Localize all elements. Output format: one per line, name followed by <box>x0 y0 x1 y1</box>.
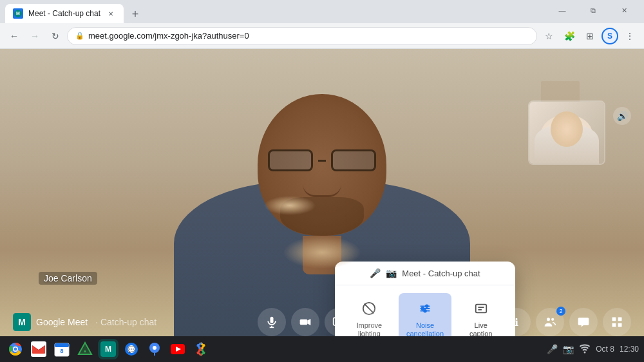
svg-text:M: M <box>18 317 26 327</box>
meet-controls-right: ℹ 2 <box>502 308 631 336</box>
taskbar-meet[interactable]: M <box>98 339 118 359</box>
forward-button[interactable]: → <box>26 27 44 45</box>
taskbar-time: 12:30 <box>620 345 639 354</box>
url-text: meet.google.com/jmx-zgoh-jka?authuser=0 <box>88 31 249 41</box>
taskbar-date: Oct 8 <box>596 345 614 354</box>
people-count: 2 <box>556 307 565 316</box>
close-button[interactable]: ✕ <box>609 1 639 19</box>
meet-title-text: · Catch-up chat <box>95 317 156 327</box>
svg-rect-25 <box>13 313 31 331</box>
chat-button[interactable] <box>569 308 598 336</box>
svg-point-60 <box>153 346 156 350</box>
camera-tray-icon[interactable]: 📷 <box>563 344 574 354</box>
mic-tray-icon[interactable]: 🎤 <box>547 344 558 354</box>
address-bar[interactable]: 🔒 meet.google.com/jmx-zgoh-jka?authuser=… <box>67 27 537 45</box>
svg-point-2 <box>363 303 375 314</box>
minimize-button[interactable]: — <box>547 1 577 19</box>
live-caption-icon <box>471 298 491 319</box>
extensions-button[interactable]: 🧩 <box>560 27 578 45</box>
popup-mic-icon: 🎤 <box>370 268 381 278</box>
svg-rect-10 <box>475 305 486 313</box>
taskbar-calendar[interactable]: 8 <box>52 339 72 359</box>
thumbnail-video <box>529 102 604 164</box>
svg-text:M: M <box>16 11 20 15</box>
taskbar-drive[interactable]: ▲ <box>75 339 95 359</box>
taskbar-photos[interactable] <box>191 339 211 359</box>
taskbar-chat[interactable]: 💬 <box>121 339 142 359</box>
svg-line-3 <box>365 304 374 314</box>
svg-point-64 <box>584 351 586 353</box>
back-button[interactable]: ← <box>5 27 23 45</box>
info-button[interactable]: ℹ <box>502 308 531 336</box>
svg-rect-32 <box>334 318 345 325</box>
svg-rect-41 <box>618 323 622 327</box>
wifi-icon[interactable] <box>579 343 591 356</box>
system-taskbar: 8 ▲ M <box>0 336 644 362</box>
taskbar-maps[interactable] <box>144 339 165 359</box>
meet-bottom-bar: M Google Meet · Catch-up chat <box>0 308 644 336</box>
svg-rect-30 <box>300 319 308 325</box>
taskbar-system-tray: 🎤 📷 Oct 8 12:30 <box>547 343 639 356</box>
activities-button[interactable] <box>603 308 631 336</box>
taskbar-gmail[interactable] <box>28 339 49 359</box>
svg-text:8: 8 <box>60 348 63 354</box>
meet-brand-text: Google Meet <box>36 317 88 327</box>
svg-point-44 <box>14 348 17 351</box>
restore-button[interactable]: ⧉ <box>578 1 608 19</box>
svg-point-8 <box>426 305 428 308</box>
svg-rect-40 <box>612 323 616 327</box>
present-button[interactable] <box>325 308 353 336</box>
taskbar-chrome[interactable] <box>5 339 26 359</box>
svg-point-7 <box>422 307 424 310</box>
svg-marker-35 <box>337 320 341 323</box>
browser-frame: M Meet - Catch-up chat ✕ + — ⧉ ✕ ← → ↻ 🔒… <box>0 0 644 362</box>
svg-point-37 <box>551 318 554 321</box>
tab-close-button[interactable]: ✕ <box>106 8 116 19</box>
popup-title: Meet - Catch-up chat <box>402 269 480 278</box>
svg-marker-31 <box>307 319 310 325</box>
tab-search-button[interactable]: ⊞ <box>581 27 599 45</box>
people-button[interactable]: 2 <box>536 308 564 336</box>
audio-indicator: 🔊 <box>613 107 631 125</box>
meet-logo-area: M Google Meet · Catch-up chat <box>13 313 156 331</box>
bookmark-button[interactable]: ☆ <box>540 27 558 45</box>
new-tab-button[interactable]: + <box>126 5 144 23</box>
svg-point-9 <box>424 310 426 312</box>
refresh-button[interactable]: ↻ <box>46 27 64 45</box>
tab-favicon: M <box>13 8 23 19</box>
active-tab[interactable]: M Meet - Catch-up chat ✕ <box>5 4 124 23</box>
taskbar-youtube[interactable] <box>167 339 188 359</box>
meet-controls-center <box>258 308 386 336</box>
toolbar-right: ☆ 🧩 ⊞ S ⋮ <box>540 27 639 45</box>
svg-rect-38 <box>612 318 616 321</box>
improve-lighting-icon <box>359 298 379 319</box>
tab-title-label: Meet - Catch-up chat <box>28 9 100 18</box>
tab-bar: M Meet - Catch-up chat ✕ + — ⧉ ✕ <box>0 0 644 23</box>
participant-name: Joe Carlson <box>39 272 97 285</box>
menu-button[interactable]: ⋮ <box>621 27 639 45</box>
svg-text:▲: ▲ <box>83 348 88 353</box>
svg-text:M: M <box>105 345 111 354</box>
window-controls: — ⧉ ✕ <box>547 1 639 23</box>
svg-point-36 <box>547 318 550 321</box>
camera-button[interactable] <box>291 308 319 336</box>
content-area: Joe Carlson 🔊 🎤 📷 Meet - Catch-up chat <box>0 49 644 362</box>
svg-rect-48 <box>55 343 69 347</box>
effects-button[interactable] <box>358 308 386 336</box>
noise-cancellation-icon <box>415 298 435 319</box>
popup-camera-icon: 📷 <box>386 268 397 278</box>
svg-text:💬: 💬 <box>128 345 136 354</box>
participant-thumbnail <box>528 100 605 165</box>
browser-toolbar: ← → ↻ 🔒 meet.google.com/jmx-zgoh-jka?aut… <box>0 23 644 49</box>
mic-button[interactable] <box>258 308 286 336</box>
meet-logo-svg: M <box>13 313 31 331</box>
svg-rect-39 <box>618 318 622 321</box>
main-video: Joe Carlson 🔊 🎤 📷 Meet - Catch-up chat <box>0 49 644 362</box>
popup-header: 🎤 📷 Meet - Catch-up chat <box>335 262 515 285</box>
lock-icon: 🔒 <box>75 32 84 40</box>
svg-rect-27 <box>270 317 274 323</box>
profile-button[interactable]: S <box>601 28 618 44</box>
